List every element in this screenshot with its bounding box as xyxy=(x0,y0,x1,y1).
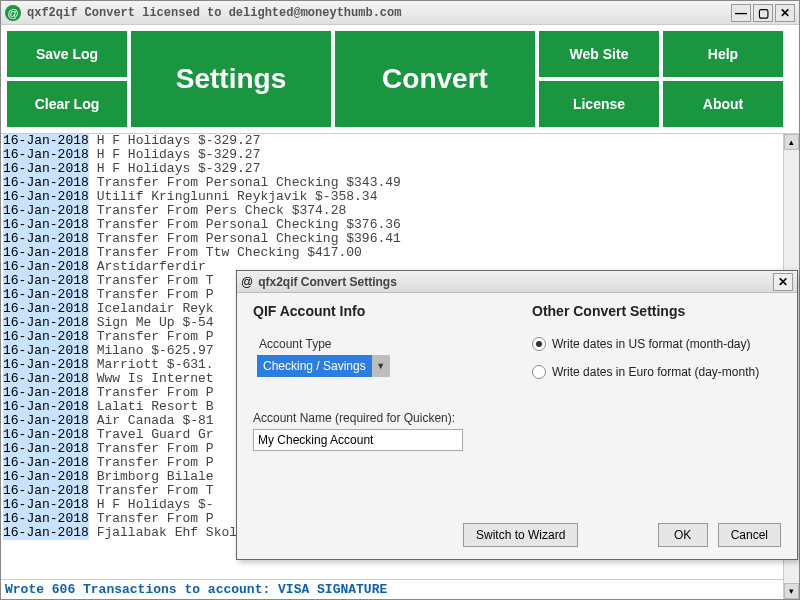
chevron-down-icon: ▼ xyxy=(372,355,390,377)
window-title: qxf2qif Convert licensed to delighted@mo… xyxy=(27,6,731,20)
date-format-us-label: Write dates in US format (month-day) xyxy=(552,337,751,351)
log-line: 16-Jan-2018 H F Holidays $-329.27 xyxy=(3,162,797,176)
account-name-input[interactable] xyxy=(253,429,463,451)
switch-to-wizard-button[interactable]: Switch to Wizard xyxy=(463,523,578,547)
app-icon: @ xyxy=(5,5,21,21)
date-format-euro-option[interactable]: Write dates in Euro format (day-month) xyxy=(532,365,781,379)
dialog-title: qfx2qif Convert Settings xyxy=(258,275,773,289)
clear-log-button[interactable]: Clear Log xyxy=(7,81,127,127)
settings-dialog: @ qfx2qif Convert Settings ✕ QIF Account… xyxy=(236,270,798,560)
app-icon: @ xyxy=(241,275,253,289)
scroll-down-icon[interactable]: ▾ xyxy=(784,583,799,599)
other-settings-heading: Other Convert Settings xyxy=(532,303,781,319)
log-line: 16-Jan-2018 Transfer From Personal Check… xyxy=(3,176,797,190)
convert-button[interactable]: Convert xyxy=(335,31,535,127)
date-format-euro-label: Write dates in Euro format (day-month) xyxy=(552,365,759,379)
scroll-up-icon[interactable]: ▴ xyxy=(784,134,799,150)
date-format-us-option[interactable]: Write dates in US format (month-day) xyxy=(532,337,781,351)
ok-button[interactable]: OK xyxy=(658,523,708,547)
cancel-button[interactable]: Cancel xyxy=(718,523,781,547)
minimize-button[interactable]: — xyxy=(731,4,751,22)
log-line: 16-Jan-2018 H F Holidays $-329.27 xyxy=(3,148,797,162)
radio-checked-icon xyxy=(532,337,546,351)
titlebar: @ qxf2qif Convert licensed to delighted@… xyxy=(1,1,799,25)
log-line: 16-Jan-2018 Transfer From Personal Check… xyxy=(3,232,797,246)
log-line: 16-Jan-2018 H F Holidays $-329.27 xyxy=(3,134,797,148)
account-name-label: Account Name (required for Quicken): xyxy=(253,411,502,425)
log-line: 16-Jan-2018 Transfer From Pers Check $37… xyxy=(3,204,797,218)
help-button[interactable]: Help xyxy=(663,31,783,77)
settings-button[interactable]: Settings xyxy=(131,31,331,127)
maximize-button[interactable]: ▢ xyxy=(753,4,773,22)
other-convert-settings-section: Other Convert Settings Write dates in US… xyxy=(532,303,781,519)
account-type-select[interactable]: Checking / Savings ▼ xyxy=(257,355,390,377)
about-button[interactable]: About xyxy=(663,81,783,127)
qif-account-info-heading: QIF Account Info xyxy=(253,303,502,319)
license-button[interactable]: License xyxy=(539,81,659,127)
close-button[interactable]: ✕ xyxy=(775,4,795,22)
toolbar: Save Log Clear Log Settings Convert Web … xyxy=(1,25,799,133)
account-type-label: Account Type xyxy=(259,337,502,351)
log-status: Wrote 606 Transactions to account: VISA … xyxy=(1,579,799,599)
web-site-button[interactable]: Web Site xyxy=(539,31,659,77)
radio-unchecked-icon xyxy=(532,365,546,379)
log-line: 16-Jan-2018 Transfer From Ttw Checking $… xyxy=(3,246,797,260)
save-log-button[interactable]: Save Log xyxy=(7,31,127,77)
qif-account-info-section: QIF Account Info Account Type Checking /… xyxy=(253,303,502,519)
dialog-titlebar: @ qfx2qif Convert Settings ✕ xyxy=(237,271,797,293)
dialog-close-button[interactable]: ✕ xyxy=(773,273,793,291)
account-type-value: Checking / Savings xyxy=(263,359,366,373)
log-line: 16-Jan-2018 Transfer From Personal Check… xyxy=(3,218,797,232)
log-line: 16-Jan-2018 Utilif Kringlunni Reykjavik … xyxy=(3,190,797,204)
